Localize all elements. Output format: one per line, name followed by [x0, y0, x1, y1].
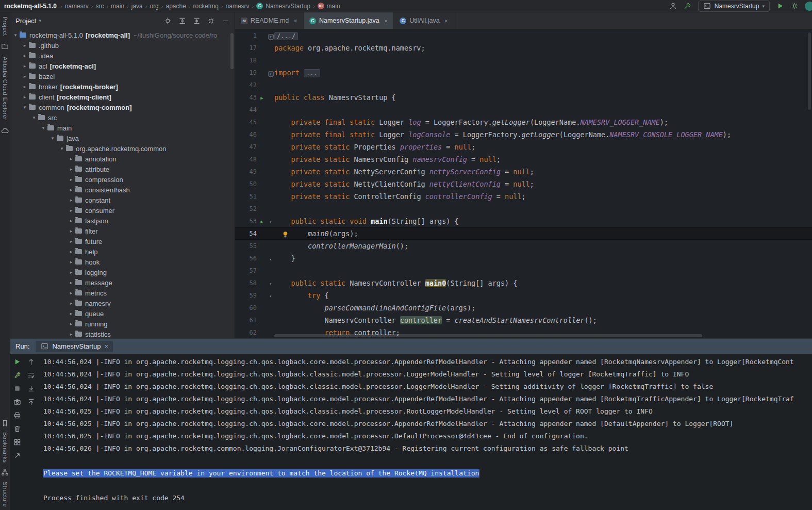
tree-chevron-icon[interactable]: ▾ [39, 125, 47, 130]
tree-row[interactable]: ▸.github [10, 40, 235, 51]
tool-stripe-bookmarks[interactable]: Bookmarks [2, 432, 8, 463]
line-number[interactable]: 62 [235, 326, 257, 338]
tree-scrollbar[interactable] [230, 33, 234, 69]
tab-close-icon[interactable]: × [384, 17, 388, 25]
tree-row[interactable]: ▸constant [10, 195, 235, 205]
breadcrumb-item[interactable]: namesrv [65, 3, 89, 10]
tool-stripe-cloud-explorer[interactable]: Alibaba Cloud Explorer [2, 57, 8, 121]
line-number[interactable]: 43 [235, 91, 257, 104]
fold-up-icon[interactable]: ▴ [270, 257, 272, 261]
tree-chevron-icon[interactable]: ▸ [67, 280, 75, 285]
tree-row[interactable]: ▸bazel [10, 71, 235, 81]
tree-row[interactable]: ▾org.apache.rocketmq.common [10, 143, 235, 154]
line-number[interactable]: 54 [235, 227, 257, 240]
fold-down-icon[interactable]: ▾ [270, 294, 272, 299]
stop-icon[interactable] [13, 384, 22, 392]
locate-icon[interactable] [163, 17, 172, 25]
tree-chevron-icon[interactable]: ▸ [67, 249, 75, 254]
tree-chevron-icon[interactable]: ▸ [21, 94, 29, 100]
scrolldown-icon[interactable] [27, 384, 36, 392]
tree-row[interactable]: ▾main [10, 123, 235, 133]
tab-close-icon[interactable]: × [444, 17, 449, 25]
tree-chevron-icon[interactable]: ▾ [11, 32, 20, 38]
run-configuration-select[interactable]: NamesrvStartup ▾ [698, 1, 770, 12]
tree-chevron-icon[interactable]: ▸ [67, 156, 75, 161]
breadcrumb-item[interactable]: java [131, 3, 143, 10]
intention-bulb-icon[interactable] [281, 229, 289, 237]
tab-close-icon[interactable]: × [293, 17, 297, 25]
avatar[interactable] [805, 2, 812, 11]
tree-chevron-icon[interactable]: ▾ [30, 115, 38, 120]
run-tab[interactable]: NamesrvStartup × [36, 341, 113, 352]
tree-chevron-icon[interactable]: ▸ [67, 198, 75, 203]
tree-row[interactable]: ▸future [10, 236, 235, 246]
breadcrumb-item[interactable]: main [111, 3, 124, 10]
chevron-down-icon[interactable]: ▾ [39, 18, 41, 23]
tree-row[interactable]: ▸consumer [10, 205, 235, 216]
tree-row[interactable]: ▸statistics [10, 329, 235, 338]
breadcrumb-item[interactable]: src [95, 3, 104, 10]
editor-tab[interactable]: CNamesrvStartup.java× [304, 12, 394, 29]
arrow-up-icon[interactable] [27, 357, 36, 366]
scrollup-icon[interactable] [27, 398, 36, 406]
code-editor[interactable]: 1+/.../17package org.apache.rocketmq.nam… [235, 29, 812, 338]
vertical-scrollbar[interactable] [808, 32, 811, 110]
line-number[interactable]: 50 [235, 178, 257, 190]
tree-chevron-icon[interactable]: ▸ [21, 84, 29, 89]
softwrap-icon[interactable] [27, 371, 36, 379]
tree-row[interactable]: ▸compression [10, 174, 235, 185]
printer-icon[interactable] [13, 411, 22, 419]
line-number[interactable]: 18 [235, 54, 257, 67]
horizontal-scrollbar[interactable] [274, 334, 702, 337]
tree-row[interactable]: ▸message [10, 277, 235, 288]
project-panel-title[interactable]: Project [15, 17, 36, 25]
tree-chevron-icon[interactable]: ▾ [48, 136, 57, 141]
breadcrumb-item[interactable]: org [150, 3, 158, 10]
tree-chevron-icon[interactable]: ▸ [67, 321, 75, 326]
tree-row[interactable]: ▸namesrv [10, 298, 235, 308]
fold-down-icon[interactable]: ▾ [270, 220, 272, 224]
line-number[interactable]: 48 [235, 153, 257, 166]
breadcrumb-project-name[interactable]: rocketmq-all-5.1.0 [4, 3, 57, 10]
line-number[interactable]: 47 [235, 141, 257, 153]
tree-row[interactable]: ▾src [10, 112, 235, 123]
tree-row[interactable]: ▸logging [10, 267, 235, 277]
line-number[interactable]: 58 [235, 277, 257, 289]
tree-row[interactable]: ▸filter [10, 226, 235, 236]
line-number[interactable]: 42 [235, 79, 257, 91]
fold-plus-icon[interactable]: + [268, 71, 274, 77]
tree-row[interactable]: ▸fastjson [10, 216, 235, 226]
line-number[interactable]: 44 [235, 104, 257, 116]
tree-row[interactable]: ▸help [10, 246, 235, 257]
tree-chevron-icon[interactable]: ▸ [67, 239, 75, 244]
run-button[interactable] [776, 2, 784, 10]
tree-row[interactable]: ▾rocketmq-all-5.1.0[rocketmq-all]~/liush… [10, 30, 235, 40]
line-number[interactable]: 49 [235, 166, 257, 178]
breadcrumb-item[interactable]: rocketmq [193, 3, 219, 10]
console-output[interactable]: 10:44:56,024 |-INFO in org.apache.rocket… [38, 354, 812, 510]
run-line-icon[interactable]: ▶ [260, 219, 263, 224]
tree-chevron-icon[interactable]: ▸ [67, 332, 75, 337]
tree-row[interactable]: ▸.idea [10, 51, 235, 61]
tree-chevron-icon[interactable]: ▸ [67, 218, 75, 223]
grid-icon[interactable] [13, 438, 22, 446]
line-number[interactable]: 1 [235, 29, 257, 42]
project-tool-icon[interactable] [1, 42, 9, 51]
tree-row[interactable]: ▾java [10, 133, 235, 143]
cloud-tool-icon[interactable] [1, 126, 9, 135]
tree-chevron-icon[interactable]: ▸ [67, 311, 75, 316]
tool-stripe-project[interactable]: Project [2, 17, 8, 36]
tree-chevron-icon[interactable]: ▸ [67, 187, 75, 192]
tree-row[interactable]: ▸annotation [10, 154, 235, 164]
bookmarks-icon[interactable] [1, 419, 9, 427]
tree-row[interactable]: ▸consistenthash [10, 185, 235, 195]
structure-icon[interactable] [1, 468, 9, 476]
tree-chevron-icon[interactable]: ▸ [67, 290, 75, 295]
tree-row[interactable]: ▾common[rocketmq-common] [10, 102, 235, 112]
tree-chevron-icon[interactable]: ▸ [67, 167, 75, 172]
tree-chevron-icon[interactable]: ▸ [21, 74, 29, 79]
tree-chevron-icon[interactable]: ▸ [21, 53, 29, 58]
line-number[interactable]: 53 [235, 215, 257, 227]
tree-chevron-icon[interactable]: ▾ [21, 105, 29, 110]
tree-chevron-icon[interactable]: ▸ [67, 259, 75, 265]
